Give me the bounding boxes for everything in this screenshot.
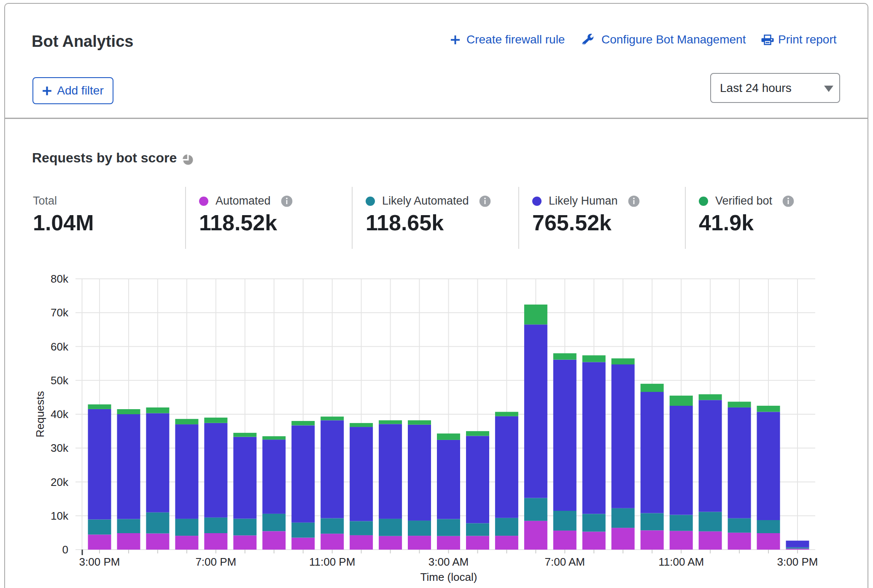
svg-text:40k: 40k — [51, 408, 69, 421]
svg-text:Requests: Requests — [34, 391, 46, 437]
svg-text:3:00 PM: 3:00 PM — [777, 556, 818, 568]
svg-text:7:00 PM: 7:00 PM — [195, 556, 236, 568]
svg-text:3:00 AM: 3:00 AM — [428, 556, 469, 568]
svg-text:7:00 AM: 7:00 AM — [545, 556, 585, 568]
svg-text:70k: 70k — [51, 306, 69, 319]
svg-text:30k: 30k — [51, 442, 69, 454]
svg-text:10k: 10k — [51, 510, 69, 522]
svg-text:Time (local): Time (local) — [420, 571, 477, 583]
svg-text:80k: 80k — [51, 272, 69, 285]
svg-text:60k: 60k — [51, 340, 69, 353]
svg-text:50k: 50k — [51, 374, 69, 387]
svg-text:20k: 20k — [51, 476, 69, 488]
svg-text:3:00 PM: 3:00 PM — [79, 556, 120, 568]
svg-text:0: 0 — [62, 543, 68, 556]
svg-text:11:00 AM: 11:00 AM — [658, 556, 704, 568]
svg-text:11:00 PM: 11:00 PM — [309, 556, 355, 568]
